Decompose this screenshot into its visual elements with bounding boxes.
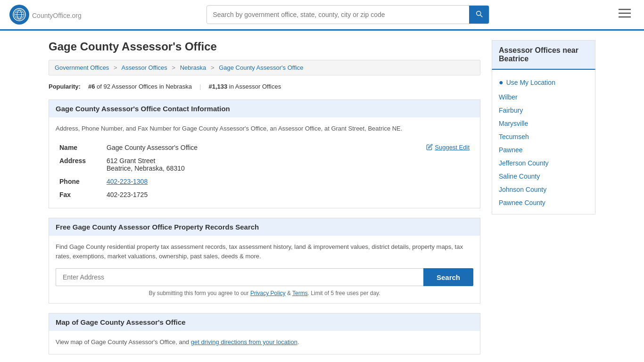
sidebar-item-wilber[interactable]: Wilber xyxy=(492,90,595,104)
sidebar-item-johnson-county[interactable]: Johnson County xyxy=(492,183,595,196)
global-search-input[interactable] xyxy=(207,7,469,22)
privacy-policy-link[interactable]: Privacy Policy xyxy=(250,290,286,296)
name-value: Gage County Assessor's Office Suggest Ed… xyxy=(103,141,473,154)
address-search-input[interactable] xyxy=(56,268,423,286)
property-search-button[interactable]: Search xyxy=(423,268,473,286)
sidebar-item-fairbury[interactable]: Fairbury xyxy=(492,104,595,117)
sidebar-body: ● Use My Location Wilber Fairbury Marysv… xyxy=(492,70,595,214)
table-row: Name Gage County Assessor's Office Sugge… xyxy=(56,141,473,154)
popularity-overall: #1,133 in Assessor Offices xyxy=(208,83,281,90)
sidebar-item-pawnee[interactable]: Pawnee xyxy=(492,143,595,156)
fax-value: 402-223-1725 xyxy=(103,188,473,201)
site-header: CountyOffice.org xyxy=(0,0,644,31)
phone-link[interactable]: 402-223-1308 xyxy=(107,178,148,185)
breadcrumb-gov-offices[interactable]: Government Offices xyxy=(55,64,109,71)
sidebar-item-jefferson-county[interactable]: Jefferson County xyxy=(492,156,595,170)
map-section-body: View map of Gage County Assessor's Offic… xyxy=(49,331,480,354)
popularity-rank: #6 of 92 Assessor Offices in Nebraska xyxy=(88,83,192,90)
property-search-body: Find Gage County residential property ta… xyxy=(49,236,480,304)
sidebar-item-tecumseh[interactable]: Tecumseh xyxy=(492,130,595,143)
property-search-desc: Find Gage County residential property ta… xyxy=(56,242,473,262)
breadcrumb-nebraska[interactable]: Nebraska xyxy=(180,64,206,71)
location-pin-icon: ● xyxy=(499,78,504,87)
phone-value: 402-223-1308 xyxy=(103,175,473,188)
logo-text: CountyOffice.org xyxy=(32,9,82,20)
form-disclaimer: By submitting this form you agree to our… xyxy=(56,290,473,296)
sidebar-item-pawnee-county[interactable]: Pawnee County xyxy=(492,196,595,209)
use-my-location-link[interactable]: Use My Location xyxy=(506,79,555,86)
address-value: 612 Grant Street Beatrice, Nebraska, 683… xyxy=(103,154,473,175)
suggest-edit-link[interactable]: Suggest Edit xyxy=(426,144,470,151)
sidebar-item-saline-county[interactable]: Saline County xyxy=(492,170,595,183)
table-row: Address 612 Grant Street Beatrice, Nebra… xyxy=(56,154,473,175)
table-row: Fax 402-223-1725 xyxy=(56,188,473,201)
sidebar-use-my-location[interactable]: ● Use My Location xyxy=(492,74,595,90)
popularity-bar: Popularity: #6 of 92 Assessor Offices in… xyxy=(49,83,480,90)
map-desc: View map of Gage County Assessor's Offic… xyxy=(56,337,473,347)
popularity-label: Popularity: xyxy=(49,83,81,90)
menu-icon[interactable] xyxy=(615,7,635,23)
driving-directions-link[interactable]: get driving directions from your locatio… xyxy=(191,338,297,346)
sidebar-item-marysville[interactable]: Marysville xyxy=(492,117,595,130)
page-title: Gage County Assessor's Office xyxy=(49,40,480,53)
property-search-section: Free Gage County Assessor Office Propert… xyxy=(49,218,480,304)
contact-table: Name Gage County Assessor's Office Sugge… xyxy=(56,141,473,201)
breadcrumb-current[interactable]: Gage County Assessor's Office xyxy=(219,64,303,71)
name-label: Name xyxy=(56,141,103,154)
global-search-button[interactable] xyxy=(469,6,489,24)
table-row: Phone 402-223-1308 xyxy=(56,175,473,188)
contact-section-header: Gage County Assessor's Office Contact In… xyxy=(49,99,480,117)
address-label: Address xyxy=(56,154,103,175)
sidebar-header: Assessor Offices near Beatrice xyxy=(492,40,595,70)
suggest-edit-label: Suggest Edit xyxy=(435,144,470,151)
property-search-header: Free Gage County Assessor Office Propert… xyxy=(49,218,480,236)
breadcrumb-assessor-offices[interactable]: Assessor Offices xyxy=(122,64,167,71)
terms-link[interactable]: Terms xyxy=(292,290,308,296)
sidebar: Assessor Offices near Beatrice ● Use My … xyxy=(492,40,595,354)
logo-icon xyxy=(9,5,29,25)
logo[interactable]: CountyOffice.org xyxy=(9,5,82,25)
contact-intro: Address, Phone Number, and Fax Number fo… xyxy=(56,124,473,133)
map-section: Map of Gage County Assessor's Office Vie… xyxy=(49,313,480,354)
breadcrumb: Government Offices > Assessor Offices > … xyxy=(49,60,480,75)
map-section-header: Map of Gage County Assessor's Office xyxy=(49,313,480,331)
fax-label: Fax xyxy=(56,188,103,201)
contact-section-body: Address, Phone Number, and Fax Number fo… xyxy=(49,117,480,208)
global-search-bar xyxy=(206,5,489,24)
phone-label: Phone xyxy=(56,175,103,188)
page-container: Gage County Assessor's Office Government… xyxy=(39,31,605,362)
property-search-form: Search xyxy=(56,268,473,286)
main-content: Gage County Assessor's Office Government… xyxy=(49,40,480,354)
contact-section: Gage County Assessor's Office Contact In… xyxy=(49,99,480,208)
